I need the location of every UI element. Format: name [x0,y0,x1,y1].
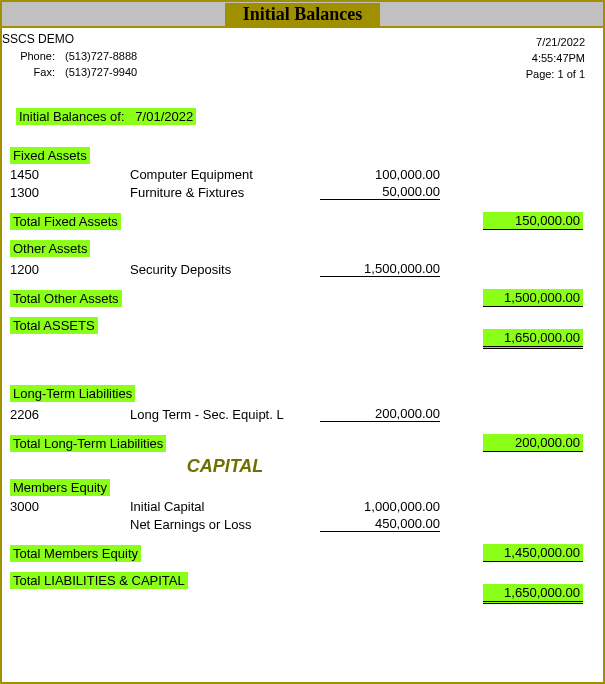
report-title: Initial Balances [225,3,381,26]
title-bar: Initial Balances [2,2,603,28]
total-long-term-liabilities: Total Long-Term Liabilities 200,000.00 [10,432,595,452]
total-liabilities-capital: Total LIABILITIES & CAPITAL 1,650,000.00 [10,572,595,604]
phone-value: (513)727-8888 [65,50,137,62]
run-time: 4:55:47PM [526,50,585,66]
phone-row: Phone: (513)727-8888 [10,50,595,62]
line-item: Net Earnings or Loss 450,000.00 [10,514,595,532]
run-date: 7/21/2022 [526,34,585,50]
page-number: Page: 1 of 1 [526,66,585,82]
total-other-assets: Total Other Assets 1,500,000.00 [10,287,595,307]
fax-value: (513)727-9940 [65,66,137,78]
section-members-equity: Members Equity [10,479,595,496]
line-item: 3000 Initial Capital 1,000,000.00 [10,498,595,514]
meta-block: 7/21/2022 4:55:47PM Page: 1 of 1 [526,34,585,82]
as-of-label: Initial Balances of: [19,109,125,124]
line-item: 1300 Furniture & Fixtures 50,000.00 [10,182,595,200]
section-fixed-assets: Fixed Assets [10,147,595,164]
company-name: SSCS DEMO [2,32,595,46]
phone-label: Phone: [10,50,65,62]
fax-label: Fax: [10,66,65,78]
total-fixed-assets: Total Fixed Assets 150,000.00 [10,210,595,230]
as-of-date: 7/01/2022 [135,109,193,124]
line-item: 1200 Security Deposits 1,500,000.00 [10,259,595,277]
section-other-assets: Other Assets [10,240,595,257]
section-long-term-liabilities: Long-Term Liabilities [10,385,595,402]
line-item: 1450 Computer Equipment 100,000.00 [10,166,595,182]
line-item: 2206 Long Term - Sec. Equipt. L 200,000.… [10,404,595,422]
capital-heading: CAPITAL [10,456,440,477]
report-body: SSCS DEMO Phone: (513)727-8888 Fax: (513… [2,28,603,622]
as-of-line: Initial Balances of: 7/01/2022 [10,106,595,127]
fax-row: Fax: (513)727-9940 [10,66,595,78]
total-assets: Total ASSETS 1,650,000.00 [10,317,595,349]
total-members-equity: Total Members Equity 1,450,000.00 [10,542,595,562]
report-frame: Initial Balances SSCS DEMO Phone: (513)7… [0,0,605,684]
